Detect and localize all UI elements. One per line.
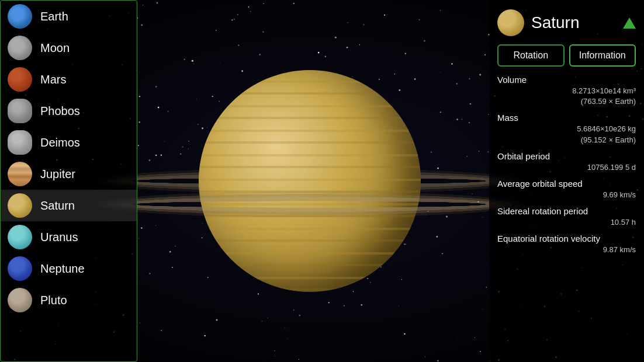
info-row-volume: Volume 8.2713×10e14 km³(763.59 × Earth) xyxy=(497,75,636,107)
avg-orbital-speed-label: Average orbital speed xyxy=(497,179,636,189)
deimos-icon xyxy=(8,130,32,155)
saturn-wrapper xyxy=(158,41,462,321)
sidereal-rotation-label: Sidereal rotation period xyxy=(497,206,636,216)
moon-label: Moon xyxy=(40,41,70,55)
jupiter-label: Jupiter xyxy=(40,168,75,181)
phobos-icon xyxy=(8,99,32,123)
tab-buttons: Rotation Information xyxy=(497,44,636,67)
orbital-period-value: 10756.199 5 d xyxy=(497,162,636,173)
sidebar-item-deimos[interactable]: Deimos xyxy=(1,127,137,158)
planet-name: Saturn xyxy=(531,13,616,32)
jupiter-icon xyxy=(8,162,32,186)
uranus-label: Uranus xyxy=(40,231,78,244)
info-panel: Saturn Rotation Information Volume 8.271… xyxy=(489,0,644,362)
avg-orbital-speed-value: 9.69 km/s xyxy=(497,190,636,200)
orbital-period-label: Orbital period xyxy=(497,151,636,161)
earth-label: Earth xyxy=(40,10,68,23)
deimos-label: Deimos xyxy=(40,136,80,149)
sidebar-item-saturn[interactable]: Saturn xyxy=(1,190,137,221)
planet-sidebar: Earth Moon Mars Phobos Deimos Jupiter Sa… xyxy=(0,0,137,362)
info-row-sidereal-rotation: Sidereal rotation period 10.57 h xyxy=(497,206,636,228)
sidebar-item-neptune[interactable]: Neptune xyxy=(1,253,137,284)
moon-icon xyxy=(8,36,32,60)
sidebar-item-moon[interactable]: Moon xyxy=(1,32,137,64)
sidebar-item-jupiter[interactable]: Jupiter xyxy=(1,158,137,190)
uranus-icon xyxy=(8,225,32,249)
planet-header: Saturn xyxy=(497,9,636,36)
mars-icon xyxy=(8,67,32,92)
phobos-label: Phobos xyxy=(40,105,80,118)
sidereal-rotation-value: 10.57 h xyxy=(497,217,636,228)
volume-value: 8.2713×10e14 km³(763.59 × Earth) xyxy=(497,86,636,107)
mars-label: Mars xyxy=(40,73,66,86)
saturn-sidebar-icon xyxy=(8,193,32,218)
sidebar-item-uranus[interactable]: Uranus xyxy=(1,221,137,253)
sidebar-item-phobos[interactable]: Phobos xyxy=(1,95,137,127)
sidebar-item-pluto[interactable]: Pluto xyxy=(1,284,137,316)
pluto-icon xyxy=(8,288,32,312)
mass-label: Mass xyxy=(497,113,636,123)
ar-icon[interactable] xyxy=(623,18,636,29)
equatorial-rotation-value: 9.87 km/s xyxy=(497,245,636,255)
info-section: Volume 8.2713×10e14 km³(763.59 × Earth) … xyxy=(497,75,636,356)
pluto-label: Pluto xyxy=(40,294,67,307)
earth-icon xyxy=(8,4,32,29)
saturn-rings-front xyxy=(117,197,503,212)
equatorial-rotation-label: Equatorial rotation velocity xyxy=(497,234,636,243)
volume-label: Volume xyxy=(497,75,636,85)
planet-view xyxy=(117,0,503,362)
neptune-icon xyxy=(8,256,32,281)
sidebar-item-mars[interactable]: Mars xyxy=(1,64,137,95)
saturn-label: Saturn xyxy=(40,199,75,213)
saturn-header-icon xyxy=(497,9,524,36)
mass-value: 5.6846×10e26 kg(95.152 × Earth) xyxy=(497,124,636,145)
info-row-mass: Mass 5.6846×10e26 kg(95.152 × Earth) xyxy=(497,113,636,145)
info-row-orbital-period: Orbital period 10756.199 5 d xyxy=(497,151,636,173)
tab-information[interactable]: Information xyxy=(569,44,636,67)
info-row-equatorial-rotation: Equatorial rotation velocity 9.87 km/s xyxy=(497,234,636,255)
info-row-avg-orbital-speed: Average orbital speed 9.69 km/s xyxy=(497,179,636,200)
neptune-label: Neptune xyxy=(40,262,85,276)
saturn-body xyxy=(199,70,421,292)
tab-rotation[interactable]: Rotation xyxy=(497,44,565,67)
sidebar-item-earth[interactable]: Earth xyxy=(1,1,137,32)
